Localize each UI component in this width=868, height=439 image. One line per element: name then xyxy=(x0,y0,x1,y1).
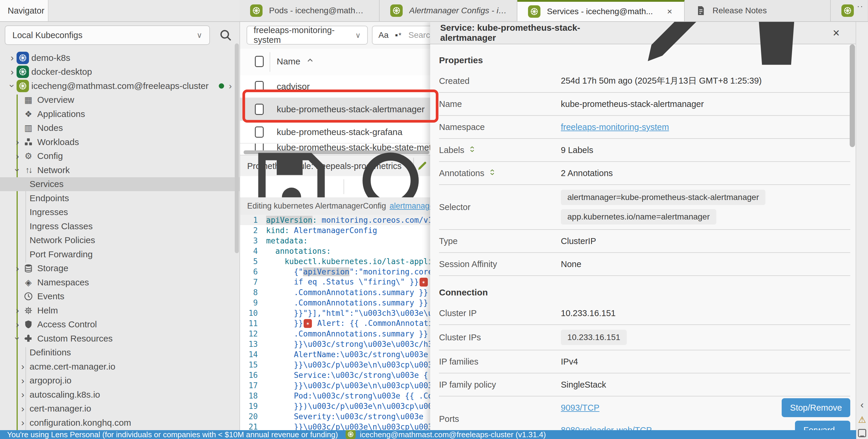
sidebar-item-configuration-konghq-com[interactable]: ›configuration.konghq.com xyxy=(0,416,240,430)
sidebar-item-overview[interactable]: ▦Overview xyxy=(0,93,240,107)
sort-icon[interactable] xyxy=(468,145,476,155)
port-link[interactable]: 9093/TCP xyxy=(561,403,599,413)
sidebar-item-namespaces[interactable]: ◈Namespaces xyxy=(0,275,240,290)
sidebar-item-definitions[interactable]: Definitions xyxy=(0,346,240,360)
namespace-select[interactable]: freeleaps-monitoring-system ∨ xyxy=(247,26,368,45)
expand-chevron-icon[interactable]: › xyxy=(18,417,27,428)
expand-chevron-icon[interactable]: › xyxy=(18,375,27,386)
widget-icon[interactable]: ▁ xyxy=(858,429,866,437)
sidebar-item-argoproj-io[interactable]: ›argoproj.io xyxy=(0,374,240,388)
expand-chevron-icon[interactable]: › xyxy=(13,136,22,147)
expand-chevron-icon[interactable]: › xyxy=(7,81,18,91)
warning-icon[interactable]: ⚠ xyxy=(858,414,866,425)
sidebar-item-network[interactable]: ›↑↓Network xyxy=(0,163,240,177)
sidebar-item-ingresses[interactable]: Ingresses xyxy=(0,205,240,220)
expand-chevron-icon[interactable]: › xyxy=(18,403,27,414)
kubernetes-icon xyxy=(390,4,403,17)
sidebar-item-autoscaling-k8s-io[interactable]: ›autoscaling.k8s.io xyxy=(0,387,240,402)
chevron-right-icon[interactable]: › xyxy=(229,81,232,91)
sidebar-item-applications[interactable]: ❖Applications xyxy=(0,107,240,121)
detail-value-text: 10.233.16.151 xyxy=(561,308,616,318)
code-text: metadata: xyxy=(266,236,308,245)
row-checkbox[interactable] xyxy=(255,127,264,138)
code-text: apiVersion: monitoring.coreos.com/v1 xyxy=(266,216,433,225)
code-text: {"apiVersion":"monitoring.core xyxy=(266,267,433,276)
sidebar-item-events[interactable]: Events xyxy=(0,290,240,304)
expand-chevron-icon[interactable]: › xyxy=(13,305,22,316)
match-case-toggle[interactable]: Aa xyxy=(378,30,389,40)
overview-icon: ▦ xyxy=(22,95,35,105)
code-text: }}\u003c/p\u003e\n\u003cp\u003 xyxy=(266,423,433,431)
detail-value: SingleStack xyxy=(561,380,850,390)
expand-chevron-icon[interactable]: › xyxy=(12,166,23,175)
sidebar-item-storage[interactable]: ›Storage xyxy=(0,262,240,276)
kubeconfig-select[interactable]: Local Kubeconfigs ∨ xyxy=(5,25,210,45)
sidebar-item-network-policies[interactable]: Network Policies xyxy=(0,233,240,247)
expand-chevron-icon[interactable]: › xyxy=(13,263,22,274)
kubernetes-icon xyxy=(250,4,262,17)
chip-list: alertmanager=kube-prometheus-stack-alert… xyxy=(561,185,850,229)
expand-chevron-icon[interactable]: › xyxy=(12,334,23,343)
namespace-link[interactable]: freeleaps-monitoring-system xyxy=(561,122,669,132)
line-number: 6 xyxy=(240,267,258,276)
select-all-checkbox[interactable] xyxy=(255,56,264,67)
sidebar-item-acme-cert-manager-io[interactable]: ›acme.cert-manager.io xyxy=(0,360,240,374)
sidebar-item-config[interactable]: ›⚙Config xyxy=(0,149,240,163)
line-number: 5 xyxy=(240,257,258,266)
sidebar-item-workloads[interactable]: ›Workloads xyxy=(0,135,240,149)
detail-row-labels: Labels9 Labels xyxy=(439,139,850,162)
sidebar-item-custom-resources[interactable]: ›Custom Resources xyxy=(0,332,240,346)
sidebar-scrollbar[interactable] xyxy=(235,43,239,253)
sidebar-item-ingress-classes[interactable]: Ingress Classes xyxy=(0,219,240,233)
detail-panel-scrollbar[interactable] xyxy=(850,44,855,147)
sidebar-item-label: Definitions xyxy=(30,347,71,358)
sidebar-item-icecheng-mathmast-com-freeleaps-cluster[interactable]: ›icecheng@mathmast.com@freeleaps-cluster… xyxy=(0,79,240,93)
sidebar-item-docker-desktop[interactable]: ›docker-desktop xyxy=(0,65,240,79)
close-icon[interactable]: × xyxy=(667,6,672,16)
detail-value-text: 254d 17h 50m ago (2025年1月13日 GMT+8 1:25:… xyxy=(561,76,762,86)
sidebar-item-endpoints[interactable]: Endpoints xyxy=(0,191,240,205)
tab-bar: Navigator Pods - icecheng@mathmas...Aler… xyxy=(0,0,868,22)
sidebar-item-helm[interactable]: ›Helm xyxy=(0,303,240,317)
sidebar-item-label: Ingress Classes xyxy=(30,221,93,231)
column-header-name[interactable]: Name xyxy=(277,56,315,67)
regex-toggle[interactable]: ▪* xyxy=(395,30,402,40)
shield-icon xyxy=(24,319,33,329)
row-checkbox[interactable] xyxy=(255,81,264,92)
detail-row-cluster-ip: Cluster IP10.233.16.151 xyxy=(439,302,850,325)
sidebar-item-cert-manager-io[interactable]: ›cert-manager.io xyxy=(0,402,240,416)
expand-chevron-icon[interactable]: › xyxy=(18,361,27,372)
code-text: kubectl.kubernetes.io/last-appli xyxy=(266,257,433,266)
tab-label: Pods - icecheng@mathmas... xyxy=(269,6,370,15)
sidebar-item-access-control[interactable]: ›Access Control xyxy=(0,317,240,332)
sidebar-item-services[interactable]: Services xyxy=(0,177,240,192)
sidebar-item-port-forwarding[interactable]: Port Forwarding xyxy=(0,247,240,262)
expand-chevron-icon[interactable]: › xyxy=(18,389,27,400)
expand-chevron-icon[interactable]: › xyxy=(13,319,22,330)
connected-status-dot xyxy=(219,83,224,89)
search-icon[interactable] xyxy=(219,28,232,42)
navigator-tab[interactable]: Navigator xyxy=(0,0,49,21)
stop-remove-button[interactable]: Stop/Remove xyxy=(782,398,850,417)
tab-alertmanager-configs-icec[interactable]: Alertmanager Configs - icec... xyxy=(380,0,517,21)
detail-value: 10.233.16.151 xyxy=(561,325,850,350)
sort-icon[interactable] xyxy=(488,168,496,178)
active-cluster-label[interactable]: icecheng@mathmast.com@freeleaps-cluster … xyxy=(360,430,546,439)
expand-chevron-icon[interactable]: › xyxy=(8,52,17,63)
row-checkbox[interactable] xyxy=(255,104,264,115)
chevron-left-icon[interactable]: ‹ xyxy=(860,399,864,410)
sidebar-item-nodes[interactable]: ▥Nodes xyxy=(0,121,240,135)
tab-pods-icecheng-mathmas[interactable]: Pods - icecheng@mathmas... xyxy=(240,0,380,21)
detail-value: 9 Labels xyxy=(561,145,850,155)
expand-chevron-icon[interactable]: › xyxy=(8,66,17,77)
sidebar-item-label: acme.cert-manager.io xyxy=(30,362,115,372)
detail-label: Cluster IPs xyxy=(439,333,561,342)
expand-chevron-icon[interactable]: › xyxy=(13,151,22,162)
code-text: .CommonAnnotations.summary }} xyxy=(266,329,428,338)
tab-release-notes[interactable]: Release Notes xyxy=(685,0,831,21)
sidebar-item-demo-k8s[interactable]: ›demo-k8s xyxy=(0,51,240,65)
close-icon[interactable]: × xyxy=(833,27,840,39)
editing-resource-link[interactable]: alertmanager xyxy=(390,201,437,211)
chevron-down-icon: ∨ xyxy=(196,31,202,40)
tab-services-icecheng-math[interactable]: Services - icecheng@math...× xyxy=(517,0,685,21)
